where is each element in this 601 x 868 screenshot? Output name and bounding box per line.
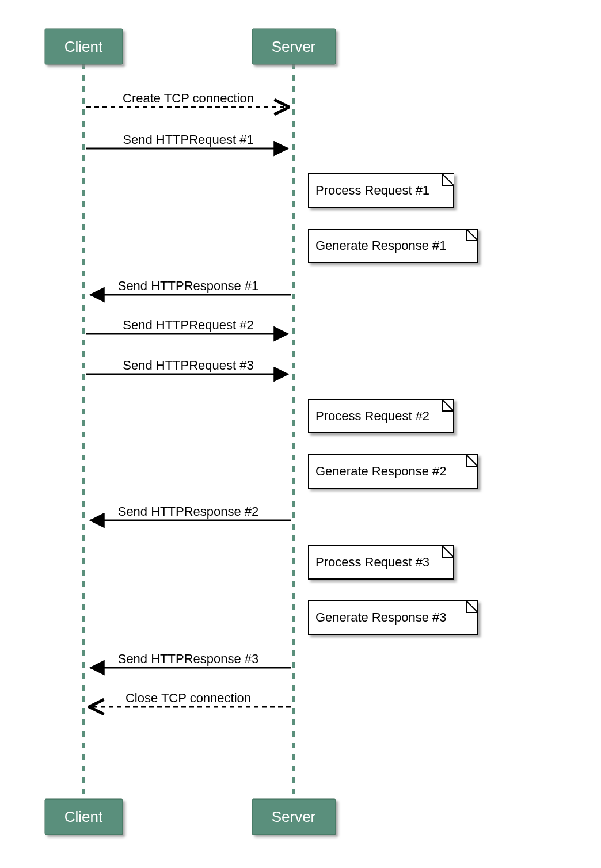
note-gen2: Generate Response #2 <box>309 455 478 488</box>
actor-server-top: Server <box>252 29 336 64</box>
svg-text:Send HTTPRequest #2: Send HTTPRequest #2 <box>123 318 253 332</box>
svg-text:Close TCP connection: Close TCP connection <box>125 691 251 705</box>
msg-create-tcp: Create TCP connection <box>86 91 288 107</box>
note-proc1: Process Request #1 <box>309 174 454 207</box>
svg-text:Create TCP connection: Create TCP connection <box>123 91 254 105</box>
actor-client-bottom: Client <box>45 799 123 835</box>
note-proc3: Process Request #3 <box>309 546 454 579</box>
notes: Process Request #1 Generate Response #1 … <box>309 174 478 634</box>
svg-text:Process Request #3: Process Request #3 <box>315 555 429 569</box>
actor-client-top: Client <box>45 29 123 64</box>
note-proc2: Process Request #2 <box>309 399 454 433</box>
actor-server-bottom: Server <box>252 799 336 835</box>
note-gen1: Generate Response #1 <box>309 229 478 262</box>
svg-text:Generate Response #1: Generate Response #1 <box>315 238 447 253</box>
sequence-diagram: Client Server Create TCP connection Send… <box>0 0 601 868</box>
svg-text:Send HTTPResponse #3: Send HTTPResponse #3 <box>118 652 259 666</box>
messages: Create TCP connection Send HTTPRequest #… <box>86 91 291 707</box>
svg-text:Generate Response #3: Generate Response #3 <box>315 610 447 625</box>
msg-send-req1: Send HTTPRequest #1 <box>86 132 288 149</box>
svg-text:Send HTTPResponse #1: Send HTTPResponse #1 <box>118 279 259 293</box>
actor-label: Client <box>64 38 103 55</box>
msg-send-req3: Send HTTPRequest #3 <box>86 358 288 374</box>
msg-send-resp3: Send HTTPResponse #3 <box>90 652 291 668</box>
actor-label: Server <box>272 38 316 55</box>
svg-text:Send HTTPRequest #3: Send HTTPRequest #3 <box>123 358 253 372</box>
msg-send-resp1: Send HTTPResponse #1 <box>90 279 291 295</box>
svg-text:Generate Response #2: Generate Response #2 <box>315 464 447 478</box>
note-gen3: Generate Response #3 <box>309 601 478 634</box>
msg-close-tcp: Close TCP connection <box>90 691 291 707</box>
msg-send-resp2: Send HTTPResponse #2 <box>90 504 291 520</box>
actor-label: Server <box>272 808 316 825</box>
svg-text:Send HTTPRequest #1: Send HTTPRequest #1 <box>123 132 253 147</box>
svg-text:Process Request #2: Process Request #2 <box>315 409 429 423</box>
svg-text:Send HTTPResponse #2: Send HTTPResponse #2 <box>118 504 259 519</box>
actor-label: Client <box>64 808 103 825</box>
msg-send-req2: Send HTTPRequest #2 <box>86 318 288 334</box>
svg-text:Process Request #1: Process Request #1 <box>315 183 429 197</box>
